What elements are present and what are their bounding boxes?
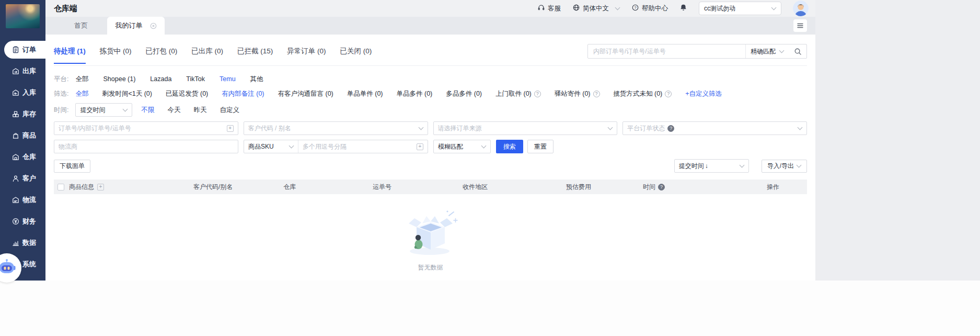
order-no-field[interactable] [54, 121, 238, 135]
time-range-option[interactable]: 今天 [167, 106, 180, 115]
quick-filter-option[interactable]: 全部 [75, 89, 88, 98]
status-tab[interactable]: 已拦截 (15) [237, 47, 273, 56]
platform-option[interactable]: Shopee (1) [103, 75, 135, 83]
tab-home[interactable]: 首页 [55, 17, 107, 35]
quick-filter-option[interactable]: +自定义筛选 [685, 89, 722, 98]
avatar[interactable] [793, 1, 809, 16]
empty-state: 暂无数据 [54, 208, 807, 272]
status-tab[interactable]: 拣货中 (0) [100, 47, 132, 56]
quick-filter-option[interactable]: 有内部备注 (0) [222, 89, 264, 98]
sidebar-item-logistics[interactable]: 物流 [4, 191, 45, 209]
status-tab[interactable]: 已出库 (0) [191, 47, 223, 56]
order-source-select[interactable]: 请选择订单来源 [433, 121, 618, 135]
help-icon: ? [593, 91, 600, 97]
support-button[interactable]: 客服 [537, 4, 561, 13]
screen: 订单出库入库库存商品仓库客户物流财务数据系统 仓库端 [0, 0, 980, 336]
time-range-option[interactable]: 昨天 [193, 106, 206, 115]
select-all-checkbox[interactable] [57, 184, 64, 191]
chevron-down-icon [418, 125, 423, 130]
quick-filter-option[interactable]: 有客户沟通留言 (0) [278, 89, 333, 98]
reset-button[interactable]: 重置 [527, 140, 554, 153]
chevron-down-icon [798, 125, 803, 130]
inventory-icon [11, 110, 20, 118]
app-logo[interactable] [6, 4, 40, 28]
sidebar-item-warehouse[interactable]: 仓库 [4, 148, 45, 166]
sort-select[interactable]: 提交时间 ↓ [674, 159, 749, 173]
column-header-7: 时间? [643, 183, 767, 192]
quick-filter-row: 筛选: 全部剩发时间<1天 (0)已延迟发货 (0)有内部备注 (0)有客户沟通… [54, 87, 807, 100]
chevron-down-icon [289, 143, 294, 149]
column-settings-icon[interactable] [97, 184, 104, 191]
help-icon: ? [658, 184, 665, 191]
column-header-8: 操作 [767, 183, 809, 192]
chevron-down-icon [615, 5, 620, 10]
match-mode-select[interactable]: 精确匹配 [745, 44, 789, 58]
platform-label: 平台: [54, 75, 68, 84]
quick-filter-option[interactable]: 单品多件 (0) [397, 89, 433, 98]
status-tab[interactable]: 已关闭 (0) [340, 47, 372, 56]
quick-filter-option[interactable]: 多品多件 (0) [446, 89, 482, 98]
search-button[interactable]: 搜索 [496, 140, 523, 153]
menu-collapse-icon[interactable] [793, 19, 807, 32]
quick-filter-option[interactable]: 已延迟发货 (0) [166, 89, 208, 98]
quick-filter-option[interactable]: 单品单件 (0) [347, 89, 383, 98]
platform-option[interactable]: Temu [220, 75, 236, 83]
quick-filter-option[interactable]: 上门取件 (0)? [495, 89, 541, 98]
sku-field-group: 商品SKU [244, 140, 428, 153]
logistics-input[interactable] [59, 143, 234, 150]
bell-icon [679, 4, 687, 13]
sidebar-item-outbound[interactable]: 出库 [4, 62, 45, 80]
sidebar-item-product[interactable]: 商品 [4, 127, 45, 144]
time-range-option[interactable]: 自定义 [220, 106, 239, 115]
sidebar-item-data[interactable]: 数据 [4, 234, 45, 252]
time-range-option[interactable]: 不限 [141, 106, 154, 115]
table-header-row: 商品信息客户代码/别名仓库运单号收件地区预估费用时间?操作 [54, 180, 807, 194]
help-icon: ? [667, 125, 674, 132]
fuzzy-match-select[interactable]: 模糊匹配 [433, 140, 491, 153]
logistics-field[interactable] [54, 140, 238, 153]
search-icon[interactable] [789, 44, 806, 58]
account-select[interactable]: cc测试勿动 [699, 2, 781, 15]
close-tab-icon[interactable] [150, 23, 157, 29]
quick-filter-option[interactable]: 驿站寄件 (0)? [555, 89, 600, 98]
filter-label: 筛选: [54, 89, 68, 98]
status-tab[interactable]: 异常订单 (0) [287, 47, 326, 56]
tab-my-orders[interactable]: 我的订单 [107, 17, 165, 35]
time-label: 时间: [54, 106, 68, 115]
sidebar-item-inventory[interactable]: 库存 [4, 105, 45, 123]
sku-input[interactable] [298, 143, 417, 150]
platform-status-select[interactable]: 平台订单状态 ? [622, 121, 807, 135]
platform-option[interactable]: 全部 [75, 75, 88, 84]
sku-type-select[interactable]: 商品SKU [244, 140, 298, 153]
language-select[interactable]: 简体中文 [572, 4, 620, 13]
quick-filter-option[interactable]: 剩发时间<1天 (0) [102, 89, 152, 98]
sidebar-item-customer[interactable]: 客户 [4, 170, 45, 187]
batch-input-icon[interactable] [227, 125, 234, 132]
download-label-button[interactable]: 下载面单 [54, 160, 90, 173]
batch-input-icon[interactable] [417, 143, 423, 150]
sidebar-item-order[interactable]: 订单 [4, 41, 45, 59]
chevron-down-icon [739, 163, 744, 168]
question-circle-icon: ? [631, 4, 639, 13]
time-type-select[interactable]: 提交时间 [75, 103, 132, 117]
platform-option[interactable]: Lazada [150, 75, 171, 83]
sidebar-item-inbound[interactable]: 入库 [4, 84, 45, 102]
order-search-input[interactable] [588, 44, 745, 58]
order-no-input[interactable] [59, 125, 227, 132]
import-export-button[interactable]: 导入/导出 [762, 160, 807, 173]
platform-option[interactable]: 其他 [250, 75, 263, 84]
sidebar-item-finance[interactable]: 财务 [4, 212, 45, 230]
data-icon [11, 239, 20, 247]
column-header-5: 收件地区 [463, 183, 566, 192]
notifications-button[interactable] [679, 4, 687, 13]
chevron-down-icon [797, 163, 802, 168]
help-icon: ? [534, 91, 541, 97]
status-tab[interactable]: 已打包 (0) [146, 47, 178, 56]
platform-options: 全部Shopee (1)LazadaTikTokTemu其他 [75, 75, 278, 84]
help-center-button[interactable]: ? 帮助中心 [631, 4, 668, 13]
status-tab[interactable]: 待处理 (1) [54, 47, 86, 56]
headset-icon [537, 4, 545, 13]
quick-filter-option[interactable]: 揽货方式未知 (0)? [614, 89, 672, 98]
platform-option[interactable]: TikTok [186, 75, 205, 83]
customer-select[interactable]: 客户代码 / 别名 [244, 121, 428, 135]
